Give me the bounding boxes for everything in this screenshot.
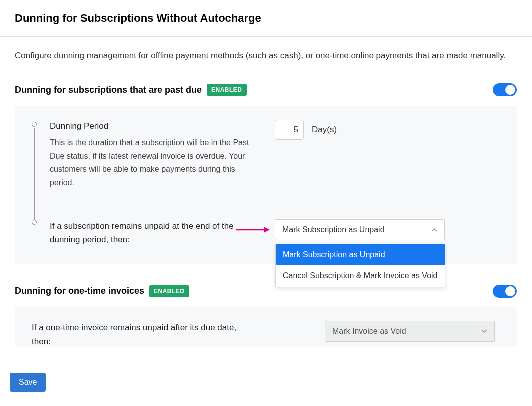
dropdown-option-cancel-void[interactable]: Cancel Subscription & Mark Invoice as Vo… bbox=[276, 266, 445, 286]
dropdown-option-unpaid[interactable]: Mark Subscription as Unpaid bbox=[276, 244, 445, 266]
timeline-dot-icon bbox=[32, 122, 37, 127]
dunning-period-unit: Day(s) bbox=[312, 124, 337, 136]
timeline-track bbox=[32, 120, 50, 246]
dunning-period-description: This is the duration that a subscription… bbox=[50, 136, 260, 190]
onetime-action-selected-label: Mark Invoice as Void bbox=[332, 326, 406, 338]
svg-marker-1 bbox=[264, 227, 270, 233]
enabled-badge: ENABLED bbox=[207, 84, 247, 96]
enabled-badge: ENABLED bbox=[150, 286, 190, 298]
page-title: Dunning for Subscriptions Without Autoch… bbox=[15, 10, 517, 36]
chevron-down-icon bbox=[482, 328, 488, 334]
past-due-toggle[interactable] bbox=[493, 84, 517, 96]
end-action-selected-label: Mark Subscription as Unpaid bbox=[282, 224, 385, 236]
timeline-dot-icon bbox=[32, 220, 37, 225]
timeline-connector bbox=[34, 128, 35, 221]
dunning-period-label: Dunning Period bbox=[50, 120, 260, 133]
section-onetime-title: Dunning for one-time invoices bbox=[15, 284, 144, 298]
section-past-due-header: Dunning for subscriptions that are past … bbox=[15, 84, 517, 97]
onetime-action-select[interactable]: Mark Invoice as Void bbox=[325, 321, 495, 342]
divider bbox=[0, 36, 532, 37]
end-action-dropdown: Mark Subscription as Unpaid Cancel Subsc… bbox=[276, 244, 446, 288]
end-action-select[interactable]: Mark Subscription as Unpaid Mark Subscri… bbox=[275, 220, 445, 240]
past-due-panel: Dunning Period This is the duration that… bbox=[15, 106, 517, 264]
save-button[interactable]: Save bbox=[10, 373, 46, 392]
onetime-toggle[interactable] bbox=[493, 285, 517, 298]
onetime-panel: If a one-time invoice remains unpaid aft… bbox=[15, 307, 517, 347]
chevron-up-icon bbox=[432, 227, 438, 233]
footer: Save bbox=[5, 367, 517, 399]
section-past-due-title: Dunning for subscriptions that are past … bbox=[15, 84, 202, 97]
page-description: Configure dunning management for offline… bbox=[15, 49, 517, 64]
end-action-label: If a subscription remains unpaid at the … bbox=[50, 220, 260, 246]
onetime-action-label: If a one-time invoice remains unpaid aft… bbox=[32, 321, 257, 347]
dunning-period-input[interactable] bbox=[275, 120, 304, 140]
